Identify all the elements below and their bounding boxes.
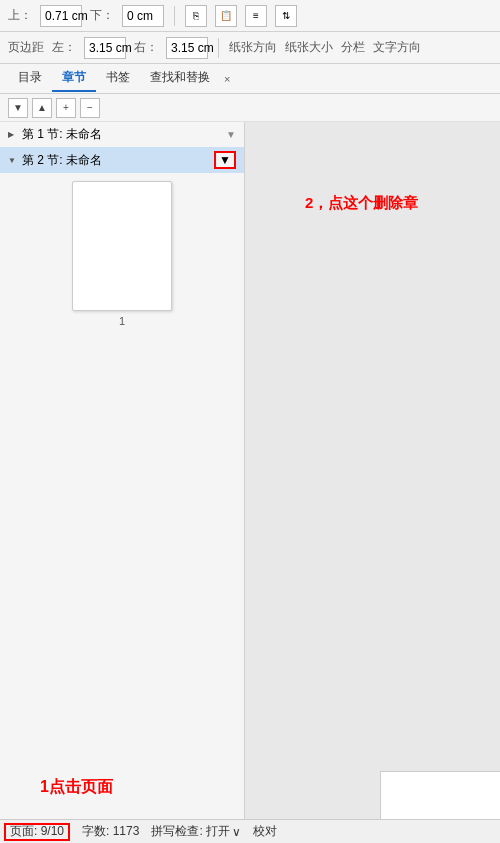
paper-direction[interactable]: 纸张方向 bbox=[229, 39, 277, 56]
right-area: 2，点这个删除章 bbox=[245, 122, 500, 843]
copy-icon[interactable]: ⎘ bbox=[185, 5, 207, 27]
page-info-box[interactable]: 页面: 9/10 bbox=[4, 823, 70, 841]
page-thumbnail[interactable] bbox=[72, 181, 172, 311]
left-input[interactable]: 3.15 cm bbox=[84, 37, 126, 59]
page-number: 1 bbox=[119, 315, 125, 327]
columns[interactable]: 分栏 bbox=[341, 39, 365, 56]
paste-icon[interactable]: 📋 bbox=[215, 5, 237, 27]
chapter-2-dropdown[interactable]: ▼ bbox=[214, 151, 236, 169]
bottom-input[interactable]: 0 cm bbox=[122, 5, 164, 27]
page-info: 页面: 9/10 bbox=[10, 823, 64, 840]
left-panel: ▶ 第 1 节: 未命名 ▼ ▼ 第 2 节: 未命名 ▼ 1 bbox=[0, 122, 245, 843]
top-toolbar: 上： 0.71 cm 下： 0 cm ⎘ 📋 ≡ ⇅ bbox=[0, 0, 500, 32]
word-count-item: 字数: 1173 bbox=[82, 823, 139, 840]
collapse-btn[interactable]: ▼ bbox=[8, 98, 28, 118]
nav-tabs: 目录 章节 书签 查找和替换 × bbox=[0, 64, 500, 94]
add-btn[interactable]: + bbox=[56, 98, 76, 118]
sep1 bbox=[174, 6, 175, 26]
spell-check: 拼写检查: 打开 bbox=[151, 823, 230, 840]
annotation-delete-chapter: 2，点这个删除章 bbox=[305, 194, 418, 213]
bottom-instruction: 1点击页面 bbox=[40, 777, 113, 798]
panel-controls: ▼ ▲ + − bbox=[0, 94, 500, 122]
right-input[interactable]: 3.15 cm bbox=[166, 37, 208, 59]
text-direction[interactable]: 文字方向 bbox=[373, 39, 421, 56]
left-label: 左： bbox=[52, 39, 76, 56]
chapter-2-name: 第 2 节: 未命名 bbox=[22, 152, 210, 169]
spell-check-toggle[interactable]: ∨ bbox=[232, 825, 241, 839]
status-bar: 页面: 9/10 字数: 1173 拼写检查: 打开 ∨ 校对 bbox=[0, 819, 500, 843]
top-input[interactable]: 0.71 cm bbox=[40, 5, 82, 27]
paper-size[interactable]: 纸张大小 bbox=[285, 39, 333, 56]
chapter-1-item[interactable]: ▶ 第 1 节: 未命名 ▼ bbox=[0, 122, 244, 147]
right-label: 右： bbox=[134, 39, 158, 56]
proofread-item[interactable]: 校对 bbox=[253, 823, 277, 840]
tab-find-replace[interactable]: 查找和替换 bbox=[140, 65, 220, 92]
align-icon[interactable]: ≡ bbox=[245, 5, 267, 27]
chapter-2-arrow: ▼ bbox=[8, 156, 18, 165]
remove-btn[interactable]: − bbox=[80, 98, 100, 118]
chapter-1-arrow: ▶ bbox=[8, 130, 18, 139]
chapter-1-name: 第 1 节: 未命名 bbox=[22, 126, 222, 143]
page-margin-label: 页边距 bbox=[8, 39, 44, 56]
sort-icon[interactable]: ⇅ bbox=[275, 5, 297, 27]
sep2 bbox=[218, 38, 219, 58]
chapter-1-menu[interactable]: ▼ bbox=[226, 129, 236, 140]
main-area: ▶ 第 1 节: 未命名 ▼ ▼ 第 2 节: 未命名 ▼ 1 2，点这个删除章 bbox=[0, 122, 500, 843]
chapter-2-item[interactable]: ▼ 第 2 节: 未命名 ▼ bbox=[0, 147, 244, 173]
tab-contents[interactable]: 目录 bbox=[8, 65, 52, 92]
word-count: 字数: 1173 bbox=[82, 823, 139, 840]
expand-btn[interactable]: ▲ bbox=[32, 98, 52, 118]
thumbnail-area: 1 bbox=[0, 173, 244, 335]
tab-bookmarks[interactable]: 书签 bbox=[96, 65, 140, 92]
second-toolbar: 页边距 左： 3.15 cm 右： 3.15 cm 纸张方向 纸张大小 分栏 文… bbox=[0, 32, 500, 64]
tab-chapters[interactable]: 章节 bbox=[52, 65, 96, 92]
proofread-label: 校对 bbox=[253, 823, 277, 840]
close-tab-icon[interactable]: × bbox=[224, 73, 230, 85]
bottom-label: 下： bbox=[90, 7, 114, 24]
spell-check-item[interactable]: 拼写检查: 打开 ∨ bbox=[151, 823, 241, 840]
top-label: 上： bbox=[8, 7, 32, 24]
